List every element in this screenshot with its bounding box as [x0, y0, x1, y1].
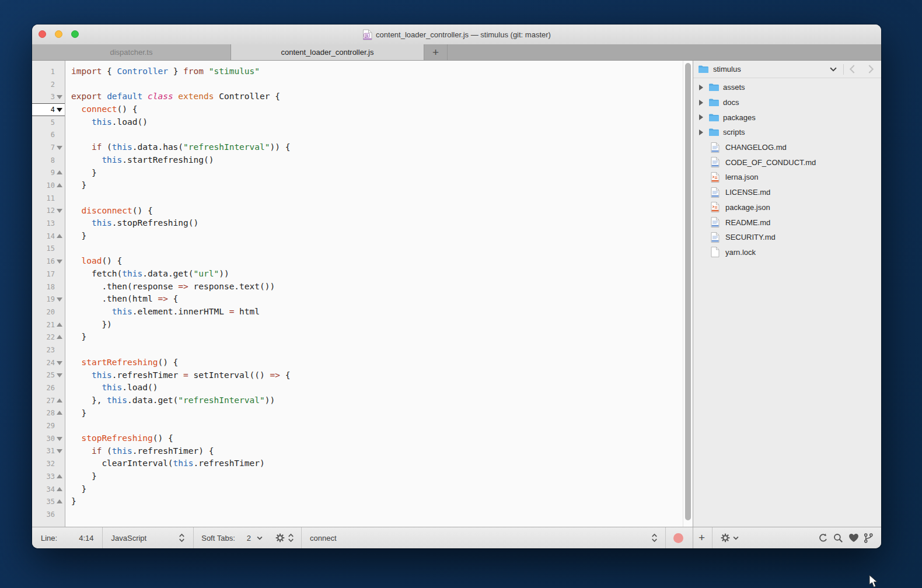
code-line[interactable]: [71, 508, 693, 521]
code-line[interactable]: }: [71, 407, 693, 420]
fold-down-icon[interactable]: [56, 359, 64, 366]
code-line[interactable]: clearInterval(this.refreshTimer): [71, 457, 693, 470]
sidebar-settings-chevron-icon[interactable]: [733, 536, 739, 540]
gutter-row[interactable]: 27: [32, 394, 65, 407]
fold-up-icon[interactable]: [56, 233, 64, 240]
code-line[interactable]: fetch(this.data.get("url")): [71, 268, 693, 281]
add-item-button[interactable]: +: [699, 531, 705, 544]
heart-icon[interactable]: [848, 533, 859, 542]
fold-down-icon[interactable]: [56, 372, 64, 379]
gutter-row[interactable]: 4: [32, 103, 65, 116]
gutter-row[interactable]: 32: [32, 457, 65, 470]
zoom-window-button[interactable]: [71, 30, 79, 38]
gutter-row[interactable]: 36: [32, 508, 65, 521]
code-line[interactable]: [71, 128, 693, 141]
back-arrow-icon[interactable]: [849, 65, 855, 74]
fold-up-icon[interactable]: [56, 321, 64, 328]
gutter-row[interactable]: 22: [32, 331, 65, 344]
code-line[interactable]: [71, 192, 693, 205]
forward-arrow-icon[interactable]: [868, 65, 874, 74]
gutter-row[interactable]: 33: [32, 470, 65, 483]
gutter-row[interactable]: 26: [32, 382, 65, 394]
minimize-window-button[interactable]: [55, 30, 62, 38]
disclosure-triangle-icon[interactable]: [699, 100, 708, 106]
new-tab-button[interactable]: +: [424, 44, 448, 60]
disclosure-triangle-icon[interactable]: [699, 130, 708, 135]
gutter-row[interactable]: 11: [32, 192, 65, 205]
sidebar-item-security-md[interactable]: SECURITY.md: [693, 230, 881, 245]
fold-down-icon[interactable]: [56, 106, 64, 113]
disclosure-triangle-icon[interactable]: [699, 85, 708, 90]
scrollbar-thumb[interactable]: [685, 63, 691, 520]
fold-down-icon[interactable]: [56, 296, 64, 303]
gutter-row[interactable]: 12: [32, 205, 65, 218]
gutter-row[interactable]: 6: [32, 128, 65, 141]
fold-down-icon[interactable]: [56, 93, 64, 100]
fold-down-icon[interactable]: [56, 144, 64, 151]
fold-up-icon[interactable]: [56, 498, 64, 505]
fold-up-icon[interactable]: [56, 334, 64, 341]
sidebar-item-packages[interactable]: packages: [693, 110, 881, 125]
fold-up-icon[interactable]: [56, 486, 64, 493]
titlebar[interactable]: js content_loader_controller.js — stimul…: [32, 24, 881, 44]
close-window-button[interactable]: [39, 30, 46, 38]
code-line[interactable]: disconnect() {: [71, 205, 693, 218]
code-line[interactable]: [71, 243, 693, 256]
code-editor[interactable]: 1234567891011121314151617181920212223242…: [32, 61, 693, 527]
sidebar-item-changelog-md[interactable]: CHANGELOG.md: [693, 140, 881, 155]
gutter-row[interactable]: 29: [32, 419, 65, 432]
code-line[interactable]: load() {: [71, 255, 693, 268]
code-line[interactable]: connect() {: [71, 103, 693, 116]
gutter-row[interactable]: 21: [32, 318, 65, 331]
gutter-row[interactable]: 9: [32, 167, 65, 180]
gutter-row[interactable]: 25: [32, 369, 65, 382]
code-line[interactable]: this.refreshTimer = setInterval(() => {: [71, 369, 693, 382]
code-line[interactable]: startRefreshing() {: [71, 356, 693, 369]
git-branch-icon[interactable]: [864, 533, 873, 543]
code-line[interactable]: export default class extends Controller …: [71, 90, 693, 103]
gutter-row[interactable]: 14: [32, 230, 65, 243]
sidebar-item-scripts[interactable]: scripts: [693, 125, 881, 140]
sidebar-item-code-of-conduct-md[interactable]: CODE_OF_CONDUCT.md: [693, 155, 881, 170]
code-line[interactable]: }: [71, 230, 693, 243]
language-stepper-icon[interactable]: [179, 533, 185, 542]
soft-tabs-value[interactable]: 2: [247, 534, 251, 542]
gutter-row[interactable]: 16: [32, 255, 65, 268]
fold-down-icon[interactable]: [56, 258, 64, 265]
fold-up-icon[interactable]: [56, 169, 64, 176]
code-line[interactable]: this.stopRefreshing(): [71, 217, 693, 230]
refresh-icon[interactable]: [818, 533, 828, 543]
fold-down-icon[interactable]: [56, 207, 64, 214]
gutter-row[interactable]: 2: [32, 78, 65, 91]
tab-content-loader-controller-js[interactable]: content_loader_controller.js: [231, 44, 424, 60]
sidebar-item-package-json[interactable]: package.json: [693, 200, 881, 215]
code-line[interactable]: }: [71, 495, 693, 508]
editor-settings-gear-icon[interactable]: [275, 533, 285, 542]
code-line[interactable]: }: [71, 470, 693, 483]
code-line[interactable]: [71, 344, 693, 356]
code-line[interactable]: stopRefreshing() {: [71, 432, 693, 445]
gutter-row[interactable]: 31: [32, 445, 65, 458]
fold-up-icon[interactable]: [56, 182, 64, 189]
editor-scrollbar[interactable]: [683, 61, 693, 527]
sidebar-item-assets[interactable]: assets: [693, 80, 881, 95]
sidebar-item-license-md[interactable]: LICENSE.md: [693, 185, 881, 200]
code-line[interactable]: this.startRefreshing(): [71, 154, 693, 167]
code-line[interactable]: this.element.innerHTML = html: [71, 306, 693, 318]
fold-up-icon[interactable]: [56, 397, 64, 404]
code-line[interactable]: }: [71, 179, 693, 192]
chevron-down-icon[interactable]: [830, 67, 837, 72]
code-line[interactable]: this.load(): [71, 116, 693, 129]
code-line[interactable]: }: [71, 331, 693, 344]
sidebar-item-yarn-lock[interactable]: yarn.lock: [693, 245, 881, 260]
gutter-row[interactable]: 23: [32, 344, 65, 356]
code-line[interactable]: this.load(): [71, 382, 693, 394]
gutter-row[interactable]: 24: [32, 356, 65, 369]
red-status-dot[interactable]: [673, 533, 683, 543]
settings-stepper-icon[interactable]: [288, 533, 294, 542]
fold-up-icon[interactable]: [56, 473, 64, 480]
fold-down-icon[interactable]: [56, 447, 64, 454]
gutter-row[interactable]: 8: [32, 154, 65, 167]
fold-down-icon[interactable]: [56, 435, 64, 442]
code-line[interactable]: [71, 419, 693, 432]
